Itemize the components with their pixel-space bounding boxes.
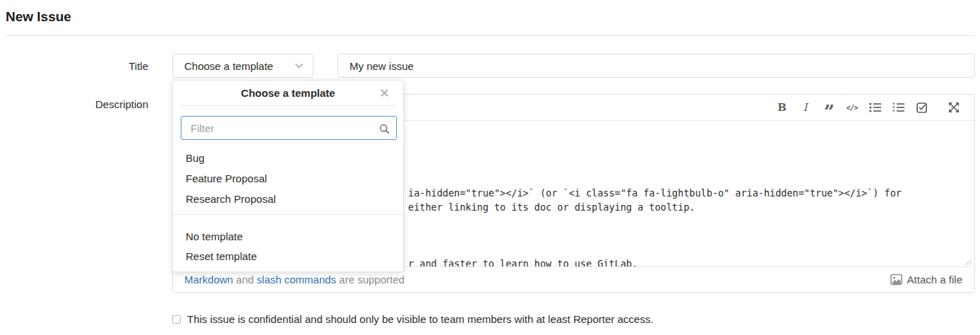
textarea-resize-handle[interactable] <box>964 257 972 265</box>
note-text: are supported <box>336 274 405 286</box>
attach-file-button[interactable]: Attach a file <box>890 274 962 286</box>
description-text-line: ia-hidden="true"></i>` (or `<i class="fa… <box>408 186 902 200</box>
dropdown-header-divider <box>180 105 396 106</box>
bullet-list-icon[interactable] <box>868 100 882 114</box>
attach-file-icon <box>890 274 902 286</box>
dropdown-title: Choose a template <box>173 87 403 99</box>
task-list-icon[interactable] <box>915 100 928 114</box>
no-template-option[interactable]: No template <box>173 226 403 246</box>
issue-title-input[interactable] <box>337 54 975 78</box>
description-label: Description <box>0 98 148 110</box>
code-icon[interactable]: </> <box>845 100 859 114</box>
fullscreen-icon[interactable] <box>947 100 960 114</box>
confidential-checkbox[interactable] <box>172 315 181 324</box>
choose-template-dropdown: Choose a template Bug Feature Proposal R… <box>172 80 404 272</box>
quote-icon[interactable]: ” <box>822 100 835 114</box>
close-icon[interactable] <box>381 89 389 98</box>
choose-template-toggle-label: Choose a template <box>184 60 273 72</box>
italic-icon[interactable]: I <box>799 100 812 114</box>
confidential-label: This issue is confidential and should on… <box>187 313 653 326</box>
page-title: New Issue <box>6 9 71 25</box>
template-actions-list: No template Reset template <box>173 226 403 266</box>
attach-file-label: Attach a file <box>907 274 962 286</box>
bold-icon[interactable]: B <box>775 100 789 114</box>
confidential-row: This issue is confidential and should on… <box>172 313 653 326</box>
markdown-link[interactable]: Markdown <box>184 274 233 286</box>
template-option-bug[interactable]: Bug <box>173 148 403 168</box>
markdown-support-note: Markdown and slash commands are supporte… <box>184 274 405 286</box>
template-options-list: Bug Feature Proposal Research Proposal <box>173 148 403 209</box>
title-label: Title <box>0 60 148 72</box>
chevron-down-icon <box>295 64 303 69</box>
header-divider <box>6 35 975 36</box>
note-text: and <box>233 274 256 286</box>
slash-commands-link[interactable]: slash commands <box>257 274 337 286</box>
template-option-research-proposal[interactable]: Research Proposal <box>173 189 403 209</box>
choose-template-toggle-button[interactable]: Choose a template <box>172 54 313 78</box>
reset-template-option[interactable]: Reset template <box>173 246 403 266</box>
template-option-feature-proposal[interactable]: Feature Proposal <box>173 168 403 189</box>
description-text-line: either linking to its doc or displaying … <box>408 200 695 214</box>
template-filter-input[interactable] <box>181 116 397 140</box>
dropdown-section-divider <box>173 214 403 215</box>
numbered-list-icon[interactable] <box>892 100 905 114</box>
search-icon <box>379 124 390 134</box>
